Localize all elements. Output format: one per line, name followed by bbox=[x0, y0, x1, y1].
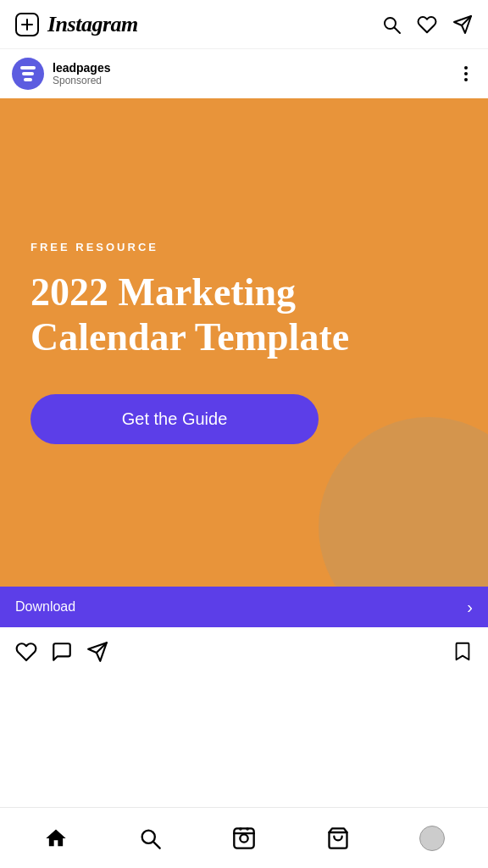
shop-icon[interactable] bbox=[326, 826, 350, 850]
svg-point-16 bbox=[247, 828, 247, 829]
bottom-navigation bbox=[0, 807, 488, 868]
top-navigation: Instagram bbox=[0, 0, 488, 49]
download-label: Download bbox=[15, 599, 75, 615]
svg-line-12 bbox=[153, 842, 160, 849]
svg-point-14 bbox=[240, 834, 247, 842]
comment-button[interactable] bbox=[51, 641, 73, 663]
svg-point-6 bbox=[464, 66, 468, 70]
get-guide-button[interactable]: Get the Guide bbox=[30, 394, 319, 444]
avatar-logo bbox=[20, 66, 36, 81]
post-actions bbox=[0, 627, 488, 676]
reels-icon[interactable] bbox=[232, 826, 256, 850]
heart-icon[interactable] bbox=[417, 14, 437, 35]
share-button[interactable] bbox=[86, 641, 108, 663]
post-menu-button[interactable] bbox=[456, 64, 476, 84]
post-author: leadpages Sponsored bbox=[12, 58, 110, 90]
post-author-info: leadpages Sponsored bbox=[53, 61, 110, 86]
svg-point-8 bbox=[464, 78, 468, 81]
download-bar[interactable]: Download › bbox=[0, 587, 488, 627]
search-icon[interactable] bbox=[138, 826, 162, 850]
top-nav-icons bbox=[381, 14, 473, 35]
ad-decorative-circle bbox=[319, 417, 488, 587]
top-nav-left: Instagram bbox=[15, 12, 138, 37]
svg-rect-13 bbox=[234, 828, 253, 848]
author-name[interactable]: leadpages bbox=[53, 61, 110, 75]
svg-point-15 bbox=[240, 828, 241, 829]
avatar-layer-mid bbox=[22, 72, 34, 75]
search-nav-item[interactable] bbox=[130, 818, 170, 859]
search-icon[interactable] bbox=[381, 14, 402, 35]
reels-nav-item[interactable] bbox=[224, 818, 264, 859]
home-nav-item[interactable] bbox=[36, 818, 76, 859]
bookmark-button[interactable] bbox=[452, 641, 473, 663]
app-title: Instagram bbox=[47, 12, 138, 37]
ad-image: FREE RESOURCE 2022 Marketing Calendar Te… bbox=[0, 98, 488, 587]
ad-free-resource-label: FREE RESOURCE bbox=[30, 241, 458, 253]
like-button[interactable] bbox=[15, 641, 37, 663]
ad-title: 2022 Marketing Calendar Template bbox=[30, 270, 458, 360]
svg-line-3 bbox=[395, 27, 401, 33]
home-icon[interactable] bbox=[44, 826, 68, 850]
chevron-right-icon: › bbox=[467, 598, 473, 617]
svg-point-7 bbox=[464, 72, 468, 75]
send-icon[interactable] bbox=[452, 14, 473, 35]
profile-nav-item[interactable] bbox=[412, 818, 452, 859]
add-story-button[interactable] bbox=[15, 13, 39, 36]
actions-left bbox=[15, 641, 108, 663]
post-header: leadpages Sponsored bbox=[0, 49, 488, 98]
sponsored-label: Sponsored bbox=[53, 75, 110, 86]
shop-nav-item[interactable] bbox=[318, 818, 358, 859]
profile-icon[interactable] bbox=[419, 826, 445, 851]
avatar bbox=[12, 58, 44, 90]
avatar-layer-bot bbox=[24, 78, 32, 81]
avatar-layer-top bbox=[20, 66, 36, 70]
